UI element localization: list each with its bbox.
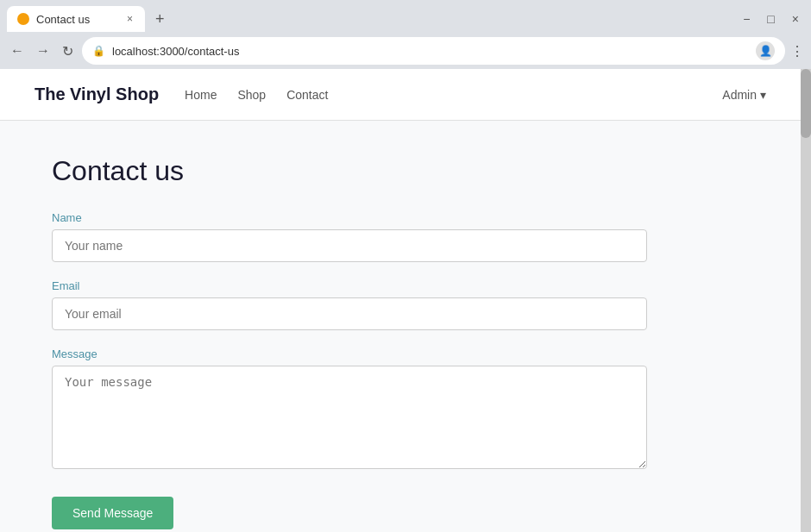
address-text: localhost:3000/contact-us (112, 45, 749, 58)
new-tab-button[interactable]: + (148, 7, 172, 32)
page-content: The Vinyl Shop Home Shop Contact Admin ▾… (0, 69, 801, 532)
site-navigation: The Vinyl Shop Home Shop Contact Admin ▾ (0, 69, 801, 121)
scrollbar[interactable] (801, 69, 811, 532)
tab-favicon (17, 13, 29, 25)
back-button[interactable]: ← (7, 40, 28, 62)
message-field-group: Message (52, 347, 749, 473)
browser-window: Contact us × + − □ × ← → ↻ 🔒 localhost:3… (0, 0, 811, 532)
profile-icon[interactable]: 👤 (756, 41, 775, 60)
reload-button[interactable]: ↻ (59, 40, 77, 63)
admin-label: Admin (722, 88, 757, 102)
forward-button[interactable]: → (33, 40, 53, 62)
maximize-button[interactable]: □ (762, 10, 779, 28)
title-bar: Contact us × + − □ × (0, 0, 811, 33)
message-input[interactable] (52, 366, 647, 469)
browser-menu-button[interactable]: ⋮ (790, 43, 804, 59)
nav-home[interactable]: Home (185, 88, 217, 102)
main-content: Contact us Name Email Message Send Messa… (0, 121, 801, 532)
page-title: Contact us (52, 155, 749, 187)
minimize-button[interactable]: − (738, 10, 755, 28)
email-field-group: Email (52, 279, 749, 330)
close-button[interactable]: × (787, 10, 804, 28)
lock-icon: 🔒 (92, 45, 105, 57)
name-label: Name (52, 211, 749, 224)
site-logo[interactable]: The Vinyl Shop (35, 84, 159, 104)
admin-arrow-icon: ▾ (760, 88, 766, 102)
address-bar[interactable]: 🔒 localhost:3000/contact-us 👤 (82, 37, 785, 65)
email-label: Email (52, 279, 749, 292)
message-label: Message (52, 347, 749, 360)
send-message-button[interactable]: Send Message (52, 497, 173, 529)
window-controls: − □ × (738, 10, 804, 28)
tab-label: Contact us (36, 13, 90, 26)
name-field-group: Name (52, 211, 749, 262)
address-bar-row: ← → ↻ 🔒 localhost:3000/contact-us 👤 ⋮ (0, 33, 811, 69)
nav-contact[interactable]: Contact (286, 88, 328, 102)
name-input[interactable] (52, 229, 647, 262)
nav-links: Home Shop Contact (185, 88, 722, 102)
tab-bar: Contact us × + (7, 6, 172, 32)
nav-shop[interactable]: Shop (237, 88, 266, 102)
active-tab[interactable]: Contact us × (7, 6, 145, 32)
tab-close-button[interactable]: × (125, 11, 135, 27)
email-input[interactable] (52, 297, 647, 330)
admin-menu[interactable]: Admin ▾ (722, 88, 766, 102)
scrollbar-thumb[interactable] (801, 69, 811, 138)
page-area: The Vinyl Shop Home Shop Contact Admin ▾… (0, 69, 811, 532)
